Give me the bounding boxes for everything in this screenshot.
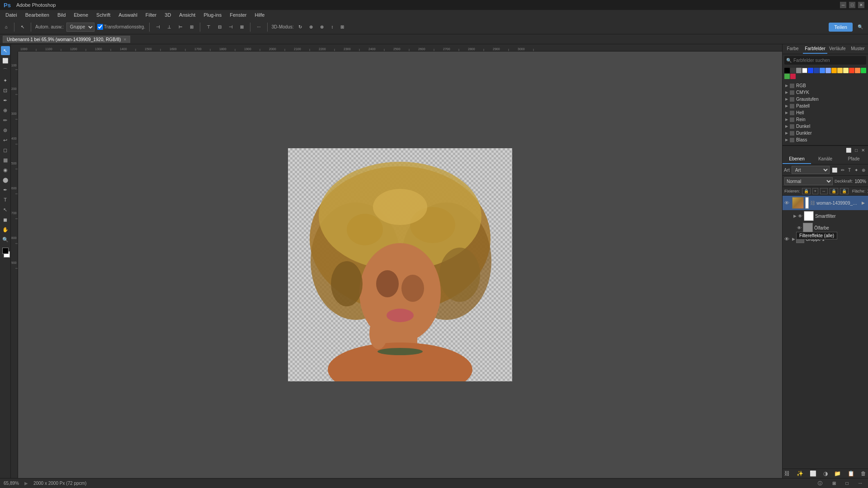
- swatch-green1[interactable]: [861, 68, 866, 73]
- layer-mask-icon[interactable]: ⬜: [830, 167, 839, 173]
- swatch-orange2[interactable]: [855, 68, 860, 73]
- freeze-btn2[interactable]: +: [812, 188, 818, 194]
- layer-adj-icon[interactable]: ✏: [840, 167, 846, 173]
- layer-smart-icon[interactable]: ⊕: [860, 167, 867, 173]
- menu-bearbeiten[interactable]: Bearbeiten: [22, 11, 53, 19]
- tool-hand[interactable]: ✋: [1, 225, 10, 234]
- group-blass[interactable]: ▶ Blass: [784, 136, 866, 143]
- 3d-btn4[interactable]: ↕: [329, 23, 335, 31]
- swatch-blue1[interactable]: [808, 68, 813, 73]
- layer-group-btn[interactable]: 📁: [834, 470, 841, 477]
- new-layer-btn[interactable]: 📋: [848, 470, 854, 477]
- menu-fenster[interactable]: Fenster: [226, 11, 250, 19]
- menu-datei[interactable]: Datei: [2, 11, 21, 19]
- visibility-icon-woman[interactable]: 👁: [784, 200, 791, 206]
- swatch-yellow1[interactable]: [837, 68, 843, 73]
- tool-lasso[interactable]: ⌒: [1, 66, 10, 75]
- art-select[interactable]: Art: [792, 166, 830, 174]
- align-spread-v[interactable]: ⊠: [238, 23, 246, 31]
- align-center-h[interactable]: ⊥: [165, 23, 174, 31]
- vis-icon-smart[interactable]: 👁: [798, 214, 802, 219]
- swatch-green2[interactable]: [784, 74, 790, 79]
- sublayer-item-oil[interactable]: 👁 Ölfarbe Filtereffekte (alle): [783, 222, 868, 234]
- color-search-input[interactable]: [793, 58, 864, 63]
- group-dunkler[interactable]: ▶ Dunkler: [784, 130, 866, 136]
- status-more-btn[interactable]: ···: [856, 479, 864, 487]
- status-grid-btn[interactable]: ⊞: [830, 479, 838, 487]
- tab-pfade[interactable]: Pfade: [840, 155, 868, 164]
- layer-expand-icon[interactable]: ▶: [860, 200, 866, 206]
- gruppe-arrow[interactable]: ▶: [792, 237, 795, 241]
- menu-schrift[interactable]: Schrift: [93, 11, 114, 19]
- blend-mode-select[interactable]: NormalMultiplizierenAbdunkeln: [784, 177, 833, 185]
- group-hell[interactable]: ▶ Hell: [784, 109, 866, 116]
- status-info-btn[interactable]: ⓘ: [816, 479, 825, 488]
- freeze-btn1[interactable]: 🔒: [802, 188, 811, 194]
- menu-ansicht[interactable]: Ansicht: [175, 11, 199, 19]
- sublayer-item-smartfilter[interactable]: ▶ 👁 Smartfilter: [783, 210, 868, 222]
- tool-zoom[interactable]: 🔍: [1, 235, 10, 244]
- tab-ebenen[interactable]: Ebenen: [783, 155, 811, 164]
- menu-ebene[interactable]: Ebene: [70, 11, 92, 19]
- auto-select-dropdown[interactable]: GruppeEbene: [66, 23, 94, 32]
- tab-farbfelder[interactable]: Farbfelder: [803, 44, 827, 54]
- align-left[interactable]: ⊣: [154, 23, 162, 31]
- group-rein[interactable]: ▶ Rein: [784, 116, 866, 123]
- tool-path-select[interactable]: ↖: [1, 205, 10, 214]
- visibility-icon-gruppe[interactable]: 👁: [784, 236, 791, 242]
- align-bottom[interactable]: ⊣: [226, 23, 235, 31]
- align-right[interactable]: ⊢: [176, 23, 185, 31]
- tab-close-button[interactable]: ×: [123, 37, 126, 42]
- tool-text[interactable]: T: [1, 195, 10, 204]
- tool-select-rect[interactable]: ⬜: [1, 56, 10, 65]
- tool-gradient[interactable]: ▦: [1, 155, 10, 164]
- group-cmyk[interactable]: ▶ CMYK: [784, 89, 866, 96]
- group-pastell[interactable]: ▶ Pastell: [784, 103, 866, 109]
- menu-filter[interactable]: Filter: [142, 11, 160, 19]
- tab-verlaeufe[interactable]: Verläufe: [827, 44, 848, 54]
- group-dunkel[interactable]: ▶ Dunkel: [784, 123, 866, 130]
- layer-item-gruppe[interactable]: 👁 ▶ Gruppe 1: [783, 234, 868, 244]
- 3d-btn1[interactable]: ↻: [296, 23, 304, 31]
- panel-new-group-icon[interactable]: ⬜: [844, 147, 853, 153]
- swatch-darkgray[interactable]: [790, 68, 796, 73]
- menu-auswahl[interactable]: Auswahl: [115, 11, 141, 19]
- swatch-crimson[interactable]: [790, 74, 796, 79]
- tool-eyedropper[interactable]: ✒: [1, 96, 10, 105]
- menu-hilfe[interactable]: Hilfe: [251, 11, 268, 19]
- swatch-blue3[interactable]: [820, 68, 825, 73]
- swatch-gray[interactable]: [796, 68, 802, 73]
- foreground-color[interactable]: [2, 248, 9, 254]
- swatch-blue4[interactable]: [826, 68, 831, 73]
- group-graustufen[interactable]: ▶ Graustufen: [784, 96, 866, 103]
- status-window-btn[interactable]: □: [844, 479, 851, 487]
- tool-eraser[interactable]: ◻: [1, 145, 10, 155]
- tool-select[interactable]: ↖: [19, 23, 27, 31]
- more-options[interactable]: ···: [255, 23, 263, 31]
- transform-checkbox[interactable]: [97, 24, 103, 30]
- layer-type-icon[interactable]: T: [847, 167, 852, 173]
- tab-farbe[interactable]: Farbe: [783, 44, 803, 54]
- menu-bild[interactable]: Bild: [54, 11, 69, 19]
- tool-shape[interactable]: ◼: [1, 215, 10, 224]
- share-button[interactable]: Teilen: [829, 23, 853, 32]
- vis-icon-oil[interactable]: 👁: [797, 225, 802, 230]
- tool-magic-wand[interactable]: ✦: [1, 76, 10, 85]
- tool-clone[interactable]: ⊚: [1, 126, 10, 135]
- link-layers-btn[interactable]: ⛓: [784, 470, 790, 477]
- align-spread[interactable]: ⊞: [188, 23, 196, 31]
- align-mid-v[interactable]: ⊟: [216, 23, 224, 31]
- menu-plugins[interactable]: Plug-ins: [200, 11, 225, 19]
- swatch-black[interactable]: [784, 68, 790, 73]
- tool-blur[interactable]: ◉: [1, 165, 10, 174]
- layer-item-woman[interactable]: 👁 ⛓ woman-1439909_1920 ▶: [783, 196, 868, 210]
- freeze-btn5[interactable]: 🔒: [840, 188, 849, 194]
- minimize-button[interactable]: ─: [840, 2, 846, 8]
- home-button[interactable]: ⌂: [3, 23, 10, 31]
- layer-mask-btn[interactable]: ⬜: [810, 470, 816, 477]
- tool-crop[interactable]: ⊡: [1, 86, 10, 95]
- close-button[interactable]: ✕: [858, 2, 864, 8]
- align-top[interactable]: ⊤: [204, 23, 213, 31]
- swatch-blue2[interactable]: [814, 68, 819, 73]
- document-tab[interactable]: Unbenannt-1 bei 65,9% (woman-1439909_192…: [3, 36, 130, 43]
